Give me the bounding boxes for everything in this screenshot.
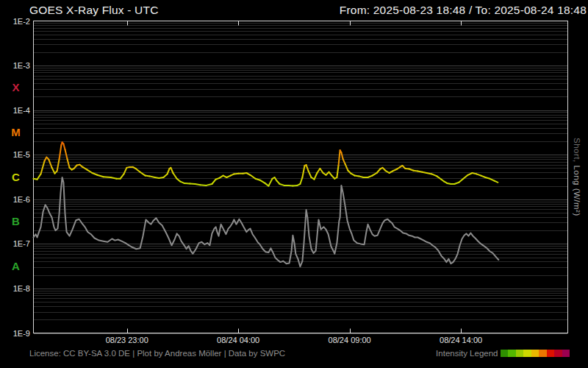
long-flux-line-segment <box>302 166 304 177</box>
y-tick-label: 1E-2 <box>0 17 30 26</box>
long-flux-line-segment <box>437 176 441 179</box>
class-label-a: A <box>0 261 32 272</box>
right-axis-short: Short, <box>573 138 581 163</box>
y-tick-label: 1E-5 <box>0 150 30 159</box>
right-axis-long: Long (W/m²) <box>573 162 581 216</box>
long-flux-line-segment <box>104 177 111 177</box>
short-flux-line <box>34 177 499 266</box>
x-tick-label: 08/24 09:00 <box>317 336 383 344</box>
long-flux-line-segment <box>207 184 212 185</box>
right-axis-title: Short, Long (W/m²) <box>570 21 584 333</box>
long-flux-line-segment <box>431 174 437 176</box>
long-flux-line-segment <box>309 171 312 177</box>
long-flux-line-segment <box>93 173 98 175</box>
intensity-legend: Intensity Legend <box>436 349 570 358</box>
legend-swatch <box>547 350 555 357</box>
long-flux-line-segment <box>184 183 190 184</box>
long-flux-line-segment <box>392 169 397 171</box>
long-flux-line-segment <box>173 173 176 179</box>
page-title: GOES X-Ray Flux - UTC <box>29 4 159 17</box>
long-flux-line-segment <box>41 161 45 174</box>
long-flux-line-segment <box>341 152 343 159</box>
long-flux-line-segment <box>97 175 103 177</box>
long-flux-line-segment <box>373 173 377 176</box>
long-flux-line-segment <box>212 180 215 184</box>
long-flux-line-segment <box>260 180 265 183</box>
legend-swatch <box>501 350 509 357</box>
legend-swatch <box>554 350 562 357</box>
long-flux-line-segment <box>343 159 345 164</box>
y-tick-label: 1E-9 <box>0 329 30 338</box>
flux-chart <box>0 0 588 368</box>
long-flux-line-segment <box>190 184 196 185</box>
long-flux-line-segment <box>121 174 124 178</box>
long-flux-line-segment <box>63 144 65 150</box>
x-tick-label: 08/24 04:00 <box>205 336 271 344</box>
long-flux-line-segment <box>150 176 155 177</box>
y-tick-label: 1E-8 <box>0 284 30 293</box>
footer: License: CC BY-SA 3.0 DE | Plot by Andre… <box>29 347 570 359</box>
y-tick-label: 1E-3 <box>0 61 30 70</box>
long-flux-line-segment <box>459 179 463 183</box>
long-flux-line-segment <box>124 168 127 174</box>
long-flux-line-segment <box>195 184 200 185</box>
intensity-legend-gradient <box>501 350 570 357</box>
intensity-legend-label: Intensity Legend <box>436 349 498 358</box>
legend-swatch <box>562 350 570 357</box>
long-flux-line-segment <box>136 169 140 172</box>
class-label-b: B <box>0 216 32 227</box>
long-flux-line-segment <box>306 165 309 171</box>
y-tick-label: 1E-7 <box>0 239 30 248</box>
x-tick-label: 08/23 23:00 <box>94 336 160 344</box>
long-flux-line-segment <box>339 150 340 166</box>
x-tick-label: 08/24 14:00 <box>428 336 494 344</box>
legend-swatch <box>523 350 531 357</box>
legend-swatch <box>516 350 524 357</box>
license-text: License: CC BY-SA 3.0 DE | Plot by Andre… <box>29 349 285 358</box>
legend-swatch <box>539 350 547 357</box>
long-flux-line-segment <box>337 166 338 177</box>
class-label-c: C <box>0 171 32 183</box>
long-flux-line-segment <box>268 179 272 186</box>
long-flux-line-segment <box>49 160 51 168</box>
y-tick-label: 1E-6 <box>0 195 30 204</box>
class-label-x: X <box>0 82 32 93</box>
long-flux-line-segment <box>495 181 498 183</box>
time-range-label: From: 2025-08-23 18:48 / To: 2025-08-24 … <box>340 4 587 17</box>
legend-swatch <box>531 350 539 357</box>
long-flux-line-segment <box>168 169 170 174</box>
y-tick-label: 1E-4 <box>0 106 30 115</box>
long-flux-line-segment <box>65 149 68 159</box>
long-flux-line-segment <box>68 159 70 168</box>
legend-swatch <box>508 350 516 357</box>
long-flux-line-segment <box>427 173 432 174</box>
long-flux-line-segment <box>163 174 167 177</box>
class-label-m: M <box>0 127 32 138</box>
goes-xray-flux-app: GOES X-Ray Flux - UTC From: 2025-08-23 1… <box>0 0 588 368</box>
long-flux-line-segment <box>200 185 206 185</box>
